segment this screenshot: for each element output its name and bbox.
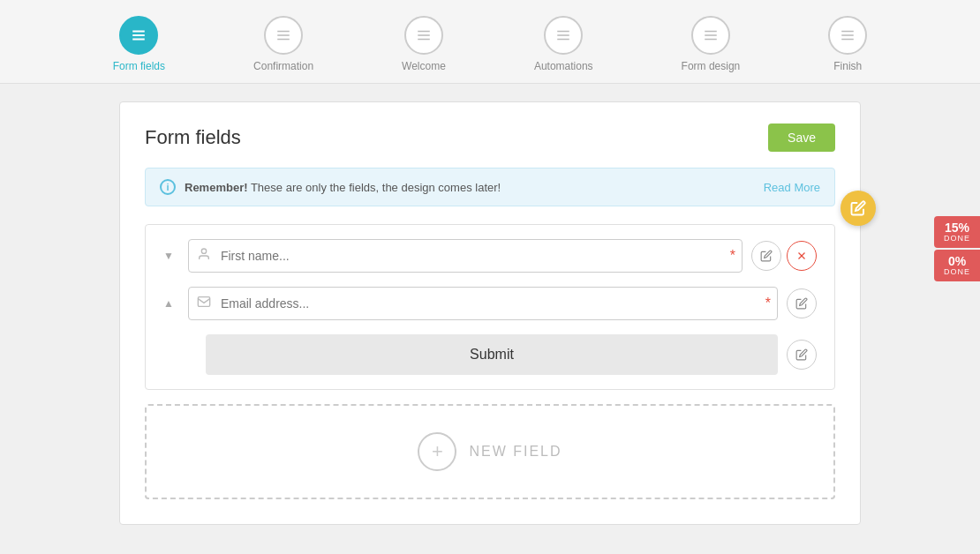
step-form-design[interactable]: Form design [682,16,741,72]
submit-row: Submit [163,334,817,375]
step-label-welcome: Welcome [402,60,446,72]
edit-email-button[interactable] [787,288,817,318]
edit-submit-button[interactable] [787,340,817,370]
content-card: Form fields Save i Remember! These are o… [119,101,861,525]
read-more-link[interactable]: Read More [764,181,820,194]
save-button[interactable]: Save [768,124,835,152]
field-actions-name [751,241,817,271]
field-actions-submit [787,340,817,370]
step-circle-form-design [691,16,730,55]
info-banner-content: i Remember! These are only the fields, t… [160,179,501,195]
info-banner-text: Remember! These are only the fields, the… [185,181,501,194]
progress-percent-0: 0% [941,255,973,267]
main-wrapper: Form fields Save i Remember! These are o… [0,84,980,525]
card-header: Form fields Save [145,124,835,152]
field-row-name: ▼ * [163,239,817,273]
progress-label-0: DONE [941,267,973,276]
submit-preview: Submit [206,334,778,375]
edit-name-button[interactable] [751,241,781,271]
required-marker-email: * [765,296,771,311]
page-title: Form fields [145,126,241,149]
info-icon: i [160,179,176,195]
required-marker-name: * [730,248,735,264]
step-finish[interactable]: Finish [828,16,867,72]
step-circle-automations [544,16,583,55]
field-row-email: ▲ * [163,287,817,320]
step-automations[interactable]: Automations [534,16,593,72]
svg-rect-3 [198,297,209,307]
step-form-fields[interactable]: Form fields [113,16,165,72]
fields-container: ▼ * [145,224,835,390]
stepper: Form fields Confirmation Welcome Automat… [0,0,980,84]
field-arrows-name: ▼ [163,251,174,261]
float-edit-button[interactable] [841,191,876,226]
step-welcome[interactable]: Welcome [402,16,446,72]
step-label-confirmation: Confirmation [253,60,313,72]
step-circle-welcome [404,16,443,55]
plus-icon: + [418,432,456,471]
step-label-form-fields: Form fields [113,60,165,72]
step-label-finish: Finish [833,60,862,72]
info-banner: i Remember! These are only the fields, t… [145,168,835,206]
progress-label-15: DONE [941,234,973,243]
delete-name-button[interactable] [787,241,817,271]
field-arrows-email: ▲ [163,298,174,309]
progress-badge-15: 15% DONE [934,216,980,248]
submit-wrap: Submit [206,334,778,375]
step-label-form-design: Form design [682,60,741,72]
move-up-email[interactable]: ▲ [163,298,174,309]
step-label-automations: Automations [534,60,593,72]
field-wrap-name: * [188,239,743,273]
new-field-area[interactable]: + NEW FIELD [145,404,835,499]
step-confirmation[interactable]: Confirmation [253,16,313,72]
info-banner-bold: Remember! [185,181,248,194]
email-input[interactable] [188,287,778,320]
svg-point-0 [201,249,206,253]
info-banner-body: These are only the fields, the design co… [248,181,501,194]
step-circle-form-fields [119,16,158,55]
progress-percent-15: 15% [941,221,973,234]
progress-badge-0: 0% DONE [934,250,980,281]
step-circle-finish [828,16,867,55]
progress-badges: 15% DONE 0% DONE [934,216,980,281]
email-icon [197,295,211,312]
person-icon [197,247,211,265]
field-actions-email [787,288,817,318]
new-field-label: NEW FIELD [469,444,562,460]
step-circle-confirmation [264,16,303,55]
first-name-input[interactable] [188,239,743,273]
field-wrap-email: * [188,287,778,320]
move-up-name[interactable]: ▼ [163,251,174,261]
